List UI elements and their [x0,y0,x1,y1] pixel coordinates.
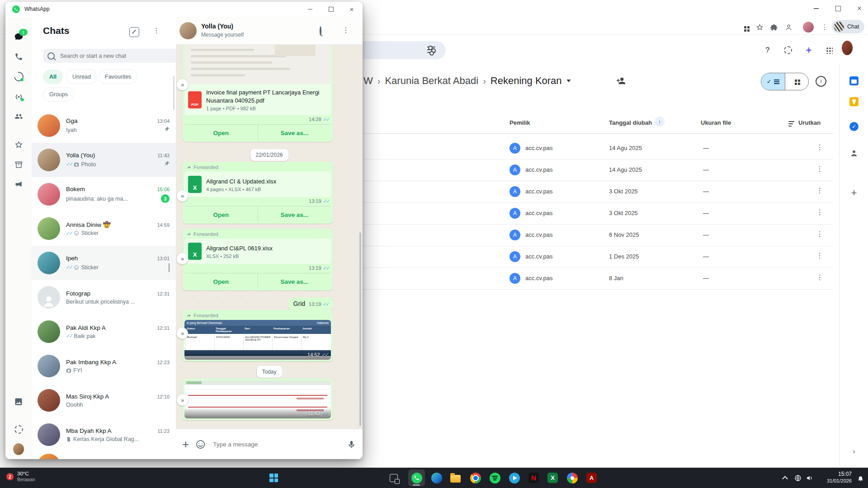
file-row[interactable]: A acc.cv.pas 14 Agu 2025 — ⋮ [307,137,833,160]
row-menu-icon[interactable]: ⋮ [814,273,825,284]
task-view-button[interactable] [385,469,402,486]
forward-message-button[interactable]: » [177,394,188,406]
message-document[interactable]: Forwarded X Allgrand CI & Updated.xlsx 4… [183,162,333,224]
taskbar-chrome-icon[interactable] [467,469,484,486]
browser-minimize-button[interactable] [807,2,826,15]
save-as-button[interactable]: Save as... [258,273,331,289]
save-as-button[interactable]: Save as... [258,206,331,222]
file-row[interactable]: A acc.cv.pas 3 Okt 2025 — ⋮ [307,181,833,203]
taskbar-acrobat-icon[interactable]: A [583,469,600,486]
browser-profile-avatar[interactable] [803,22,814,33]
image-attachment[interactable]: 11:43✓✓ [184,380,331,418]
browser-maximize-button[interactable] [829,2,848,15]
wa-close-button[interactable]: × [342,2,362,17]
document-attachment[interactable]: PDF Invoice final payment PT Lancarjaya … [184,84,331,115]
extensions-icon[interactable] [769,22,779,33]
taskbar-telegram-icon[interactable] [506,469,523,486]
status-tab-icon[interactable] [13,71,24,82]
breadcrumb-item-folder[interactable]: Karunia Berkat Abadi [385,75,478,87]
sticker-picker-icon[interactable] [195,439,206,450]
open-button[interactable]: Open [184,206,258,222]
conversation-header[interactable]: Yolla (You) Message yourself ⋮ [176,17,363,45]
filter-favourites[interactable]: Favourites [99,70,137,84]
message-document[interactable]: PDF Invoice final payment PT Lancarjaya … [183,44,333,142]
filter-all[interactable]: All [43,70,63,84]
browser-close-button[interactable]: × [850,2,868,15]
network-icon[interactable] [794,474,802,482]
attach-plus-icon[interactable]: + [182,440,189,449]
message-text[interactable]: Grid 13:19✓✓ [288,297,333,310]
chat-list-scrollbar[interactable] [173,76,175,110]
chat-list-item[interactable]: Bokem15:06 pinaaudina: aku ga ma... 3 [32,177,176,211]
message-input[interactable] [212,441,340,448]
breadcrumb-item-current[interactable]: Rekening Koran [491,75,562,87]
wa-maximize-button[interactable] [321,2,341,17]
help-icon[interactable]: ? [762,45,773,56]
open-button[interactable]: Open [184,125,258,140]
chats-tab-icon[interactable]: 1 [13,31,24,42]
row-menu-icon[interactable]: ⋮ [814,143,825,154]
chat-list-item[interactable]: Ipeh13:01 ✓✓ Sticker [32,246,176,280]
tab-groups-icon[interactable] [740,22,750,33]
feedback-megaphone-icon[interactable] [13,178,24,189]
save-as-button[interactable]: Save as... [258,125,331,140]
open-button[interactable]: Open [184,273,258,289]
message-document[interactable]: Forwarded X Allgrand CI&PL 0619.xlsx XLS… [183,229,333,291]
column-header-modified[interactable]: Tanggal diubah [609,119,652,126]
new-chat-icon[interactable] [129,27,139,37]
wa-minimize-button[interactable] [300,2,320,17]
chevron-down-icon[interactable] [169,263,170,272]
taskbar-excel-icon[interactable]: X [544,469,561,486]
menu-kebab-icon[interactable]: ⋮ [151,26,162,37]
search-icon[interactable] [320,27,321,35]
chat-list-item[interactable]: Gga13:04 Iyah [32,108,176,143]
filter-unread[interactable]: Unread [66,70,97,84]
chat-list-item[interactable]: Fotograp12:31 Berikut untuk pricelistnya… [32,280,176,314]
image-attachment[interactable]: si yang Berhasil DiotorisasiHalaman Stat… [184,320,331,360]
drive-account-avatar[interactable] [842,42,853,53]
calls-tab-icon[interactable] [13,51,24,62]
calendar-icon[interactable] [849,76,859,86]
file-row[interactable]: A acc.cv.pas 6 Nov 2025 — ⋮ [307,224,833,246]
gemini-sparkle-icon[interactable] [803,45,814,56]
share-folder-icon[interactable] [616,76,626,88]
document-attachment[interactable]: X Allgrand CI&PL 0619.xlsx XLSX • 252 kB [184,239,331,264]
file-row[interactable]: A acc.cv.pas 3 Okt 2025 — ⋮ [307,202,833,225]
taskbar-photos-icon[interactable] [564,469,580,486]
sort-ascending-icon[interactable]: ↑ [655,117,665,127]
chat-list-item[interactable]: Mba Dyah Kkp A11:23 Kertas Kerja Global … [32,418,176,452]
chat-list-item[interactable]: Pak Imbang Kkp A12:23 FYI [32,349,176,383]
settings-gear-icon[interactable] [783,45,793,56]
tray-clock[interactable]: 15:07 31/01/2026 [827,471,852,484]
browser-profile-chip[interactable]: Chat [832,20,864,33]
document-attachment[interactable]: X Allgrand CI & Updated.xlsx 4 pages • X… [184,172,331,197]
notifications-bell-icon[interactable] [856,474,864,482]
taskbar-file-explorer-icon[interactable] [447,469,464,486]
taskbar-spotify-icon[interactable] [486,469,503,486]
chat-list-item[interactable]: Yolla (You)11:43 ✓✓ Photo [32,143,176,177]
chat-list-item[interactable]: Annisa Diniw 🤠14:59 ✓✓ Sticker [32,211,176,246]
profile-avatar[interactable] [13,444,24,455]
tray-expand-chevron-icon[interactable] [781,474,789,482]
chat-search-input[interactable] [59,52,160,60]
chat-list-item-partial[interactable] [38,454,60,459]
starred-messages-icon[interactable] [13,139,24,150]
row-menu-icon[interactable]: ⋮ [814,208,825,219]
collapse-panel-icon[interactable]: › [849,446,859,456]
channels-tab-icon[interactable] [13,91,24,102]
volume-icon[interactable] [806,474,814,482]
taskbar-whatsapp-icon[interactable] [408,469,425,486]
row-menu-icon[interactable]: ⋮ [814,164,825,175]
forward-message-button[interactable]: » [177,328,188,339]
add-panel-app-icon[interactable]: + [849,188,859,198]
folder-dropdown-caret-icon[interactable] [566,80,571,82]
list-view-button[interactable]: ✓ [761,73,785,90]
menu-kebab-icon[interactable]: ⋮ [340,26,351,37]
browser-user-icon[interactable] [783,22,794,33]
microphone-icon[interactable] [347,440,356,449]
communities-tab-icon[interactable] [13,111,24,122]
chat-search-bar[interactable] [43,49,176,63]
filter-groups[interactable]: Groups [43,87,74,102]
media-gallery-icon[interactable] [13,396,24,407]
message-image[interactable]: 11:43✓✓ [183,379,333,420]
